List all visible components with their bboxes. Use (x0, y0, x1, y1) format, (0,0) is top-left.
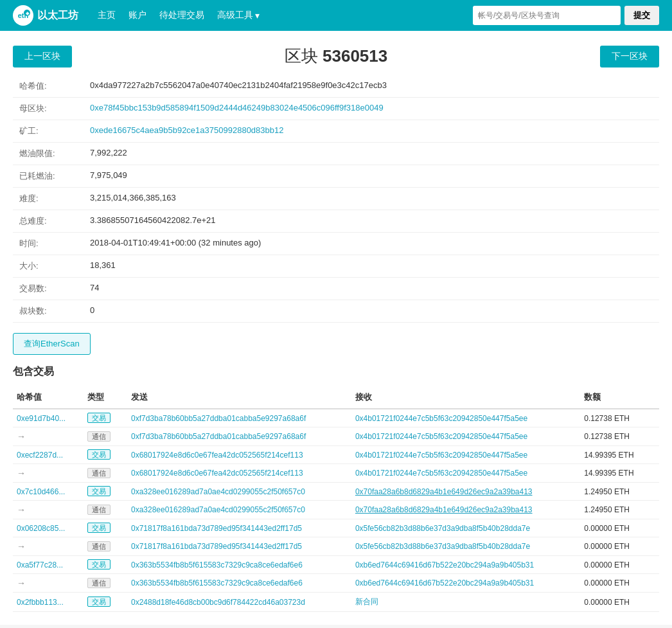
nav-pending[interactable]: 待处理交易 (159, 10, 204, 21)
tx-from-cell: 0xa328ee016289ad7a0ae4cd0299055c2f50f657… (127, 501, 351, 519)
tx-to-link[interactable]: 0x4b01721f0244e7c5b5f63c20942850e447f5a5… (355, 451, 527, 460)
tx-from-link[interactable]: 0x363b5534fb8b5f615583c7329c9ca8ce6edaf6… (131, 561, 303, 570)
tx-to-link[interactable]: 0x70faa28a6b8d6829a4b1e649d26ec9a2a39ba4… (355, 505, 533, 514)
search-input[interactable] (473, 6, 621, 25)
tx-to-link[interactable]: 0x4b01721f0244e7c5b5f63c20942850e447f5a5… (355, 432, 527, 441)
gas-used-value: 7,975,049 (84, 165, 659, 188)
tx-to-link[interactable]: 0x5fe56cb82b3d88b6e37d3a9dba8f5b40b28dda… (355, 542, 530, 551)
tx-type-cell: 交易 (84, 519, 127, 537)
tx-amount-cell: 0.00000 ETH (580, 519, 659, 537)
tx-to-cell: 0x4b01721f0244e7c5b5f63c20942850e447f5a5… (351, 427, 580, 446)
tx-to-cell: 0x4b01721f0244e7c5b5f63c20942850e447f5a5… (351, 446, 580, 464)
nav-home[interactable]: 主页 (98, 10, 116, 21)
table-row: 0xecf2287d...交易0x68017924e8d6c0e67fea42d… (13, 446, 659, 464)
miner-link[interactable]: 0xede16675c4aea9b5b92ce1a3750992880d83bb… (90, 125, 283, 135)
table-row: 0x06208c85...交易0x71817f8a161bda73d789ed9… (13, 519, 659, 537)
table-row: →通信0xa328ee016289ad7a0ae4cd0299055c2f50f… (13, 501, 659, 519)
etherscan-button[interactable]: 查询EtherScan (13, 333, 91, 355)
tx-to-cell: 0xb6ed7644c69416d67b522e20bc294a9a9b405b… (351, 556, 580, 574)
prev-block-button[interactable]: 上一区块 (13, 46, 72, 67)
table-row: 0x7c10d466...交易0xa328ee016289ad7a0ae4cd0… (13, 483, 659, 501)
tx-to-link[interactable]: 0x4b01721f0244e7c5b5f63c20942850e447f5a5… (355, 414, 527, 423)
difficulty-label: 难度: (13, 188, 84, 210)
col-header-amount: 数额 (580, 386, 659, 409)
miner-value: 0xede16675c4aea9b5b92ce1a3750992880d83bb… (84, 120, 659, 143)
search-area: 提交 (473, 6, 659, 25)
tx-to-link[interactable]: 0xb6ed7644c69416d67b522e20bc294a9a9b405b… (355, 561, 534, 570)
tx-from-cell: 0xa328ee016289ad7a0ae4cd0299055c2f50f657… (127, 483, 351, 501)
tx-count-label: 交易数: (13, 278, 84, 300)
parent-link[interactable]: 0xe78f45bbc153b9d585894f1509d2444d46249b… (90, 103, 384, 112)
size-label: 大小: (13, 255, 84, 278)
tx-type-badge: 交易 (87, 597, 111, 607)
tx-from-link[interactable]: 0x71817f8a161bda73d789ed95f341443ed2ff17… (131, 524, 302, 533)
tx-type-cell: 交易 (84, 409, 127, 427)
tx-to-cell: 0x5fe56cb82b3d88b6e37d3a9dba8f5b40b28dda… (351, 537, 580, 556)
col-header-hash: 哈希值 (13, 386, 84, 409)
tx-type-badge: 交易 (87, 559, 111, 570)
tx-from-link[interactable]: 0xf7d3ba78b60bb5a27ddba01cabba5e9297a68a… (131, 414, 306, 423)
parent-row: 母区块: 0xe78f45bbc153b9d585894f1509d2444d4… (13, 98, 659, 120)
tx-amount-cell: 0.00000 ETH (580, 593, 659, 612)
logo-text: 以太工坊 (37, 9, 78, 22)
tx-count-value: 74 (84, 278, 659, 300)
hash-row: 哈希值: 0x4da977227a2b7c5562047a0e40740ec21… (13, 75, 659, 98)
tx-amount-cell: 1.24950 ETH (580, 483, 659, 501)
tx-type-badge: 通信 (87, 431, 111, 442)
total-diff-label: 总难度: (13, 210, 84, 233)
arrow-icon: → (17, 431, 26, 442)
tx-hash-cell: → (13, 501, 84, 519)
tx-count-row: 交易数: 74 (13, 278, 659, 300)
tx-hash-link[interactable]: 0xecf2287d... (17, 451, 63, 460)
tx-hash-link[interactable]: 0x2fbbb113... (17, 598, 64, 607)
tx-to-cell: 0x4b01721f0244e7c5b5f63c20942850e447f5a5… (351, 409, 580, 427)
next-block-button[interactable]: 下一区块 (600, 46, 659, 67)
tx-hash-cell: 0x06208c85... (13, 519, 84, 537)
tx-from-link[interactable]: 0x68017924e8d6c0e67fea42dc052565f214cef1… (131, 451, 303, 460)
tx-type-cell: 通信 (84, 574, 127, 593)
tx-to-cell: 0xb6ed7644c69416d67b522e20bc294a9a9b405b… (351, 574, 580, 593)
tx-from-link[interactable]: 0xa328ee016289ad7a0ae4cd0299055c2f50f657… (131, 505, 305, 514)
table-header-row: 哈希值 类型 发送 接收 数额 (13, 386, 659, 409)
tx-from-link[interactable]: 0xa328ee016289ad7a0ae4cd0299055c2f50f657… (131, 487, 305, 496)
tx-from-cell: 0x71817f8a161bda73d789ed95f341443ed2ff17… (127, 519, 351, 537)
time-row: 时间: 2018-04-01T10:49:41+00:00 (32 minute… (13, 233, 659, 255)
col-header-to: 接收 (351, 386, 580, 409)
nav-account[interactable]: 账户 (128, 10, 146, 21)
nav-advanced[interactable]: 高级工具 ▾ (217, 10, 260, 21)
tx-hash-cell: 0xe91d7b40... (13, 409, 84, 427)
tx-amount-cell: 0.00000 ETH (580, 574, 659, 593)
tx-to-link[interactable]: 0x4b01721f0244e7c5b5f63c20942850e447f5a5… (355, 469, 527, 478)
arrow-icon: → (17, 468, 26, 478)
tx-from-link[interactable]: 0x363b5534fb8b5f615583c7329c9ca8ce6edaf6… (131, 579, 303, 588)
tx-amount-cell: 0.00000 ETH (580, 537, 659, 556)
tx-to-link[interactable]: 0xb6ed7644c69416d67b522e20bc294a9a9b405b… (355, 579, 534, 588)
tx-hash-link[interactable]: 0xa5f77c28... (17, 561, 63, 570)
tx-amount-cell: 14.99395 ETH (580, 446, 659, 464)
tx-to-link[interactable]: 0x5fe56cb82b3d88b6e37d3a9dba8f5b40b28dda… (355, 524, 530, 533)
search-button[interactable]: 提交 (624, 6, 659, 25)
tx-amount-cell: 1.24950 ETH (580, 501, 659, 519)
arrow-icon: → (17, 578, 26, 588)
block-nav: 上一区块 区块 5360513 下一区块 (13, 37, 659, 75)
tx-from-link[interactable]: 0x2488d18fe46d8cb00bc9d6f784422cd46a0372… (131, 598, 305, 607)
gas-used-row: 已耗燃油: 7,975,049 (13, 165, 659, 188)
difficulty-value: 3,215,014,366,385,163 (84, 188, 659, 210)
tx-from-link[interactable]: 0x68017924e8d6c0e67fea42dc052565f214cef1… (131, 469, 303, 478)
tx-from-link[interactable]: 0x71817f8a161bda73d789ed95f341443ed2ff17… (131, 542, 302, 551)
tx-amount-cell: 0.12738 ETH (580, 427, 659, 446)
tx-type-badge: 交易 (87, 523, 111, 533)
tx-hash-link[interactable]: 0x7c10d466... (17, 487, 65, 496)
tx-from-cell: 0xf7d3ba78b60bb5a27ddba01cabba5e9297a68a… (127, 409, 351, 427)
tx-hash-link[interactable]: 0x06208c85... (17, 524, 65, 533)
block-number: 5360513 (323, 46, 387, 66)
tx-hash-cell: 0x7c10d466... (13, 483, 84, 501)
tx-from-link[interactable]: 0xf7d3ba78b60bb5a27ddba01cabba5e9297a68a… (131, 432, 306, 441)
time-label: 时间: (13, 233, 84, 255)
tx-hash-link[interactable]: 0xe91d7b40... (17, 414, 66, 423)
tx-type-cell: 交易 (84, 446, 127, 464)
header: eth ◈ 以太工坊 主页 账户 待处理交易 高级工具 ▾ 提交 (0, 0, 672, 31)
tx-to-link[interactable]: 新合同 (355, 597, 378, 606)
tx-from-cell: 0x363b5534fb8b5f615583c7329c9ca8ce6edaf6… (127, 574, 351, 593)
tx-to-link[interactable]: 0x70faa28a6b8d6829a4b1e649d26ec9a2a39ba4… (355, 487, 533, 496)
